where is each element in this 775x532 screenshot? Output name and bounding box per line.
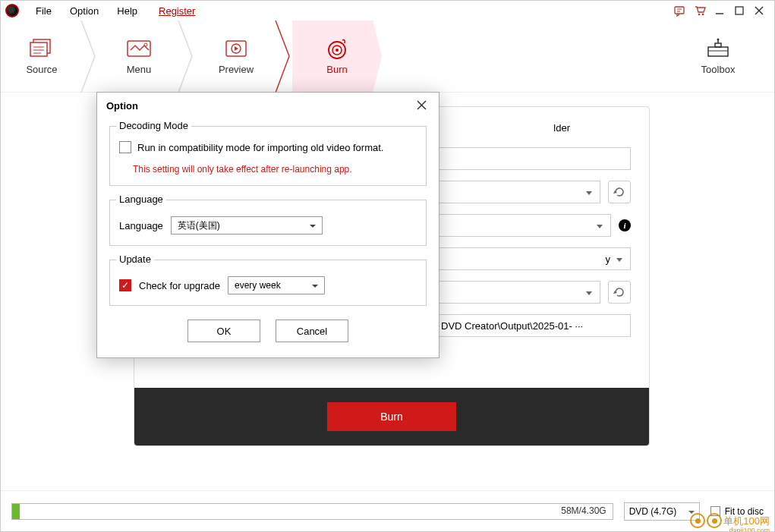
watermark-sub: danji100.com (729, 527, 770, 532)
language-label: Language (119, 220, 163, 231)
language-group: Language Language 英语(美国) (109, 200, 427, 246)
upgrade-label: Check for upgrade (139, 280, 220, 291)
window-controls (674, 5, 770, 17)
cancel-button[interactable]: Cancel (276, 320, 348, 342)
refresh-button[interactable] (608, 181, 631, 203)
bottom-bar: 58M/4.30G DVD (4.7G) Fit to disc (1, 490, 774, 531)
burn-button[interactable]: Burn (327, 402, 456, 431)
step-burn[interactable]: Burn (292, 20, 382, 93)
svg-rect-6 (736, 7, 743, 14)
svg-marker-27 (613, 190, 617, 194)
step-separator (180, 20, 195, 93)
step-source[interactable]: Source (1, 20, 83, 93)
group-legend: Language (116, 194, 166, 205)
group-legend: Update (116, 253, 154, 265)
menu-file[interactable]: File (27, 4, 61, 18)
group-legend: Decoding Mode (116, 120, 191, 131)
ok-button[interactable]: OK (187, 320, 260, 342)
step-label: Toolbox (701, 64, 736, 75)
svg-rect-0 (675, 7, 684, 14)
svg-point-4 (702, 14, 704, 16)
checkbox-icon (119, 141, 131, 153)
step-label: Source (26, 64, 57, 75)
svg-rect-24 (715, 43, 721, 47)
info-icon[interactable]: i (619, 219, 631, 231)
source-icon (29, 38, 55, 59)
language-select[interactable]: 英语(美国) (171, 216, 323, 235)
svg-marker-28 (613, 291, 617, 294)
upgrade-checkbox[interactable] (119, 279, 131, 291)
close-icon[interactable] (753, 5, 765, 17)
step-toolbox[interactable]: Toolbox (677, 20, 759, 93)
option-dialog: Option Decoding Mode Run in compatibilit… (96, 92, 439, 358)
preview-icon (223, 38, 249, 59)
step-separator (83, 20, 98, 93)
compat-mode-checkbox[interactable]: Run in compatibility mode for importing … (119, 141, 417, 153)
watermark: 单机100网 danji100.com (690, 513, 770, 528)
feedback-icon[interactable] (674, 5, 686, 17)
step-menu[interactable]: Menu (98, 20, 180, 93)
svg-point-21 (336, 49, 339, 52)
cart-icon[interactable] (694, 5, 706, 17)
dialog-titlebar: Option (97, 93, 439, 118)
toolbox-icon (705, 38, 731, 59)
dialog-close-button[interactable] (414, 98, 430, 114)
menu-register[interactable]: Register (150, 4, 204, 18)
watermark-text: 单机100网 (723, 516, 770, 526)
step-label: Preview (219, 64, 254, 75)
step-separator (277, 20, 292, 93)
menu-option[interactable]: Option (61, 4, 108, 18)
watermark-logo-icon (707, 513, 722, 528)
checkbox-label: Run in compatibility mode for importing … (137, 142, 383, 153)
disc-type-select[interactable]: DVD (4.7G) (624, 502, 700, 521)
step-label: Burn (326, 64, 347, 75)
tab-label: lder (553, 122, 570, 134)
svg-marker-18 (235, 46, 238, 51)
menubar: File Option Help Register (1, 1, 774, 20)
refresh-button-2[interactable] (608, 281, 631, 304)
update-group: Update Check for upgrade every week (109, 260, 427, 306)
minimize-icon[interactable] (714, 5, 726, 17)
warning-text: This setting will only take effect after… (133, 164, 417, 175)
progress-bar: 58M/4.30G (11, 503, 613, 520)
maximize-icon[interactable] (733, 5, 745, 17)
watermark-logo-icon (690, 513, 705, 528)
step-preview[interactable]: Preview (195, 20, 277, 93)
update-interval-select[interactable]: every week (228, 276, 325, 294)
svg-rect-10 (30, 42, 47, 56)
dialog-title: Option (106, 100, 138, 112)
decoding-mode-group: Decoding Mode Run in compatibility mode … (109, 126, 427, 186)
progress-fill (12, 504, 20, 519)
svg-rect-22 (708, 47, 728, 56)
app-logo-icon (5, 4, 19, 17)
svg-point-15 (144, 43, 147, 46)
svg-point-3 (698, 14, 701, 16)
burn-icon (324, 38, 350, 59)
menu-icon (126, 38, 152, 59)
tab-folder[interactable]: lder (553, 122, 570, 134)
svg-point-26 (717, 38, 720, 40)
panel-footer: Burn (134, 388, 649, 445)
step-nav: Source Menu Preview Burn Toolbox (1, 20, 774, 93)
menu-help[interactable]: Help (108, 4, 146, 18)
progress-text: 58M/4.30G (561, 505, 606, 516)
step-label: Menu (127, 64, 152, 75)
